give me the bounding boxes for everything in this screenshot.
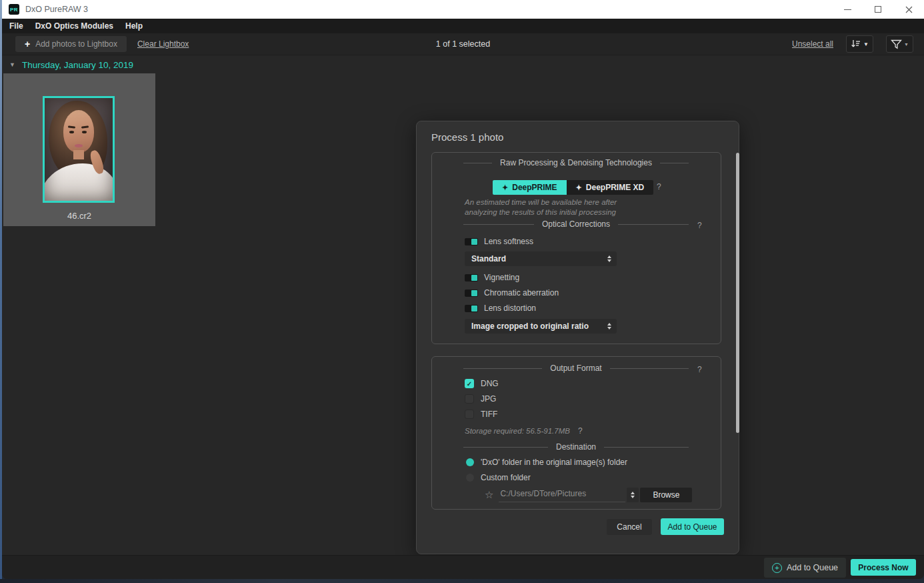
bottom-bar: + Add to Queue Process Now <box>2 555 924 579</box>
photo-filename: 46.cr2 <box>3 211 155 221</box>
filter-icon <box>891 39 902 49</box>
minimize-button[interactable] <box>832 0 863 19</box>
filter-caret-icon: ▼ <box>904 42 909 47</box>
app-logo-icon: PR <box>9 4 19 15</box>
dng-label: DNG <box>481 379 499 388</box>
estimate-note-line1: An estimated time will be available here… <box>465 197 617 207</box>
browse-button[interactable]: Browse <box>640 488 692 502</box>
raw-help-icon[interactable]: ? <box>657 182 661 191</box>
title-bar: PR DxO PureRAW 3 <box>2 0 924 19</box>
custom-path-row: ☆ C:/Users/DTore/Pictures Browse <box>485 488 692 502</box>
dxo-folder-radio[interactable] <box>466 458 474 466</box>
spinner-icon <box>631 492 635 498</box>
vignetting-label: Vignetting <box>484 273 519 282</box>
selection-status: 1 of 1 selected <box>436 39 490 49</box>
spinner-icon[interactable] <box>607 323 611 330</box>
custom-folder-label: Custom folder <box>481 473 531 482</box>
lens-distortion-row: Lens distortion <box>465 304 536 313</box>
chromatic-aberration-toggle[interactable] <box>465 289 478 297</box>
process-dialog: Process 1 photo Raw Processing & Denoisi… <box>416 121 739 554</box>
dxo-folder-label: 'DxO' folder in the original image(s) fo… <box>481 458 627 467</box>
output-section-title: Output Format <box>542 364 609 373</box>
add-photos-to-lightbox-button[interactable]: + Add photos to Lightbox <box>15 36 127 52</box>
date-group-header: ▼ Thursday, January 10, 2019 <box>2 56 924 73</box>
chromatic-aberration-label: Chromatic aberration <box>484 288 559 298</box>
menu-file[interactable]: File <box>3 19 29 33</box>
filter-button[interactable]: ▼ <box>886 35 913 53</box>
raw-section-header: Raw Processing & Denoising Technologies <box>463 158 689 167</box>
destination-section-header: Destination <box>463 442 689 452</box>
denoise-mode-segmented-control: ✦ DeepPRIME ✦ DeepPRIME XD <box>493 180 653 195</box>
dialog-add-to-queue-button[interactable]: Add to Queue <box>661 518 724 535</box>
dng-checkbox[interactable]: ✓ <box>465 379 474 388</box>
photo-thumbnail[interactable] <box>43 96 115 203</box>
collapse-triangle-icon[interactable]: ▼ <box>9 61 15 68</box>
cancel-button[interactable]: Cancel <box>607 519 652 535</box>
maximize-button[interactable] <box>863 0 893 19</box>
maximize-icon <box>875 6 881 13</box>
close-icon <box>905 6 913 13</box>
tiff-checkbox[interactable] <box>465 410 474 419</box>
estimate-note-line2: analyzing the results of this initial pr… <box>465 207 616 217</box>
process-now-button[interactable]: Process Now <box>851 559 916 576</box>
storage-help-icon[interactable]: ? <box>578 426 583 436</box>
dest-custom-folder-row: Custom folder <box>466 473 531 482</box>
spinner-icon[interactable] <box>607 255 611 262</box>
circled-plus-icon: + <box>772 563 782 573</box>
lens-softness-value: Standard <box>471 254 607 263</box>
menu-bar: File DxO Optics Modules Help <box>2 19 924 33</box>
sort-button[interactable]: ▼ <box>846 35 873 53</box>
vignetting-row: Vignetting <box>465 273 519 282</box>
clear-lightbox-link[interactable]: Clear Lightbox <box>137 39 189 49</box>
window-title: DxO PureRAW 3 <box>25 5 88 14</box>
raw-optical-panel: Raw Processing & Denoising Technologies … <box>431 152 721 344</box>
photo-card[interactable]: 46.cr2 <box>3 73 155 226</box>
window-controls <box>832 0 924 19</box>
star-icon[interactable]: ☆ <box>485 489 493 501</box>
tiff-label: TIFF <box>481 410 497 419</box>
dialog-title: Process 1 photo <box>431 131 503 143</box>
lens-distortion-label: Lens distortion <box>484 304 536 313</box>
sparkle-icon: ✦ <box>502 183 508 192</box>
dest-dxo-folder-row: 'DxO' folder in the original image(s) fo… <box>466 458 627 467</box>
deepprime-button[interactable]: ✦ DeepPRIME <box>493 180 567 195</box>
toolbar-right-group: Unselect all ▼ ▼ <box>792 35 924 53</box>
lens-softness-dropdown[interactable]: Standard <box>465 251 617 266</box>
format-tiff-row: TIFF <box>465 410 497 419</box>
plus-icon: + <box>25 39 30 49</box>
path-spinner[interactable] <box>627 488 639 502</box>
taskbar-sliver <box>0 579 924 583</box>
vignetting-toggle[interactable] <box>465 274 478 281</box>
unselect-all-link[interactable]: Unselect all <box>792 39 833 49</box>
jpg-checkbox[interactable] <box>465 394 474 404</box>
dialog-scrollbar[interactable] <box>736 153 739 433</box>
lens-distortion-toggle[interactable] <box>465 305 478 312</box>
close-button[interactable] <box>893 0 924 19</box>
menu-help[interactable]: Help <box>119 19 149 33</box>
sort-icon <box>851 39 861 49</box>
app-window: PR DxO PureRAW 3 File DxO Optics Modules… <box>2 0 924 579</box>
optical-section-title: Optical Corrections <box>534 219 618 229</box>
chromatic-aberration-row: Chromatic aberration <box>465 288 559 298</box>
format-jpg-row: JPG <box>465 394 496 404</box>
toolbar: + Add photos to Lightbox Clear Lightbox … <box>2 33 924 55</box>
output-help-icon[interactable]: ? <box>697 365 702 374</box>
optical-section-header: Optical Corrections <box>463 219 689 229</box>
deepprime-xd-button[interactable]: ✦ DeepPRIME XD <box>567 180 654 195</box>
bottom-add-to-queue-button[interactable]: + Add to Queue <box>764 558 846 578</box>
output-destination-panel: Output Format ? ✓ DNG JPG TIFF Storage r… <box>431 356 721 510</box>
add-photos-label: Add photos to Lightbox <box>35 39 117 49</box>
storage-note: Storage required: 56.5-91.7MB <box>465 426 570 436</box>
lens-softness-row: Lens softness <box>465 237 533 246</box>
minimize-icon <box>844 9 851 10</box>
bottom-add-to-queue-label: Add to Queue <box>787 563 838 572</box>
optical-help-icon[interactable]: ? <box>697 221 702 230</box>
custom-path-field[interactable]: C:/Users/DTore/Pictures <box>499 488 625 502</box>
date-header-label: Thursday, January 10, 2019 <box>22 60 133 70</box>
raw-section-title: Raw Processing & Denoising Technologies <box>492 158 660 167</box>
crop-mode-dropdown[interactable]: Image cropped to original ratio <box>465 319 617 334</box>
custom-folder-radio[interactable] <box>466 474 474 482</box>
lens-softness-toggle[interactable] <box>465 238 478 245</box>
storage-note-row: Storage required: 56.5-91.7MB ? <box>465 426 583 436</box>
menu-dxo-optics-modules[interactable]: DxO Optics Modules <box>29 19 119 33</box>
